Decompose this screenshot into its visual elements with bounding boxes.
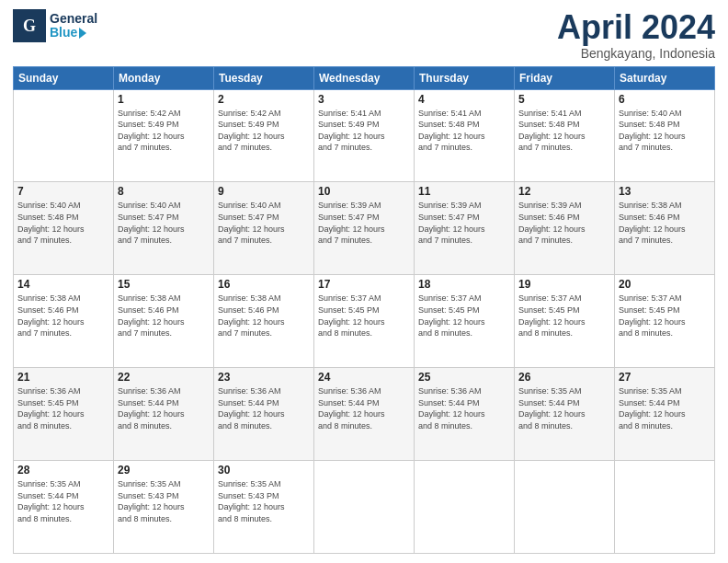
day-number: 10 <box>318 185 410 198</box>
calendar-cell: 21Sunrise: 5:36 AMSunset: 5:45 PMDayligh… <box>14 368 114 461</box>
calendar-cell: 25Sunrise: 5:36 AMSunset: 5:44 PMDayligh… <box>415 368 515 461</box>
subtitle: Bengkayang, Indonesia <box>557 46 715 61</box>
day-number: 25 <box>418 371 510 384</box>
calendar-week-row: 14Sunrise: 5:38 AMSunset: 5:46 PMDayligh… <box>14 275 715 368</box>
day-info: Sunrise: 5:37 AMSunset: 5:45 PMDaylight:… <box>619 293 711 339</box>
calendar-header-sunday: Sunday <box>14 66 114 89</box>
day-info: Sunrise: 5:38 AMSunset: 5:46 PMDaylight:… <box>17 293 109 339</box>
day-number: 5 <box>518 93 610 106</box>
day-info: Sunrise: 5:42 AMSunset: 5:49 PMDaylight:… <box>118 108 210 154</box>
day-number: 15 <box>118 278 210 291</box>
day-info: Sunrise: 5:41 AMSunset: 5:48 PMDaylight:… <box>518 108 610 154</box>
day-info: Sunrise: 5:40 AMSunset: 5:48 PMDaylight:… <box>619 108 711 154</box>
logo-icon: G <box>13 9 46 42</box>
calendar-week-row: 21Sunrise: 5:36 AMSunset: 5:45 PMDayligh… <box>14 368 715 461</box>
logo-text-block: General Blue <box>50 12 97 40</box>
day-info: Sunrise: 5:38 AMSunset: 5:46 PMDaylight:… <box>218 293 310 339</box>
calendar-header-saturday: Saturday <box>615 66 715 89</box>
day-number: 14 <box>17 278 109 291</box>
calendar-cell <box>515 461 615 554</box>
day-number: 16 <box>218 278 310 291</box>
day-info: Sunrise: 5:36 AMSunset: 5:45 PMDaylight:… <box>17 385 109 431</box>
day-number: 7 <box>17 185 109 198</box>
day-number: 21 <box>17 371 109 384</box>
calendar-cell: 24Sunrise: 5:36 AMSunset: 5:44 PMDayligh… <box>314 368 415 461</box>
day-info: Sunrise: 5:40 AMSunset: 5:48 PMDaylight:… <box>17 200 109 246</box>
day-info: Sunrise: 5:38 AMSunset: 5:46 PMDaylight:… <box>118 293 210 339</box>
calendar-cell <box>14 89 114 182</box>
day-number: 27 <box>619 371 711 384</box>
day-info: Sunrise: 5:36 AMSunset: 5:44 PMDaylight:… <box>218 385 310 431</box>
calendar-cell: 20Sunrise: 5:37 AMSunset: 5:45 PMDayligh… <box>615 275 715 368</box>
calendar-cell <box>415 461 515 554</box>
day-info: Sunrise: 5:37 AMSunset: 5:45 PMDaylight:… <box>318 293 410 339</box>
calendar-cell: 13Sunrise: 5:38 AMSunset: 5:46 PMDayligh… <box>615 182 715 275</box>
calendar-table: SundayMondayTuesdayWednesdayThursdayFrid… <box>13 66 715 554</box>
calendar-cell: 3Sunrise: 5:41 AMSunset: 5:49 PMDaylight… <box>314 89 415 182</box>
calendar-cell: 5Sunrise: 5:41 AMSunset: 5:48 PMDaylight… <box>515 89 615 182</box>
day-number: 6 <box>619 93 711 106</box>
calendar-cell: 19Sunrise: 5:37 AMSunset: 5:45 PMDayligh… <box>515 275 615 368</box>
calendar-cell: 10Sunrise: 5:39 AMSunset: 5:47 PMDayligh… <box>314 182 415 275</box>
day-number: 2 <box>218 93 310 106</box>
main-title: April 2024 <box>557 9 715 46</box>
calendar-week-row: 28Sunrise: 5:35 AMSunset: 5:44 PMDayligh… <box>14 461 715 554</box>
day-number: 22 <box>118 371 210 384</box>
day-info: Sunrise: 5:41 AMSunset: 5:49 PMDaylight:… <box>318 108 410 154</box>
calendar-cell: 14Sunrise: 5:38 AMSunset: 5:46 PMDayligh… <box>14 275 114 368</box>
logo-top: General <box>50 12 97 26</box>
day-number: 17 <box>318 278 410 291</box>
calendar-cell: 16Sunrise: 5:38 AMSunset: 5:46 PMDayligh… <box>214 275 314 368</box>
calendar-cell: 1Sunrise: 5:42 AMSunset: 5:49 PMDaylight… <box>114 89 214 182</box>
day-number: 12 <box>518 185 610 198</box>
calendar-cell <box>314 461 415 554</box>
calendar-header-row: SundayMondayTuesdayWednesdayThursdayFrid… <box>14 66 715 89</box>
day-info: Sunrise: 5:40 AMSunset: 5:47 PMDaylight:… <box>218 200 310 246</box>
calendar-cell: 12Sunrise: 5:39 AMSunset: 5:46 PMDayligh… <box>515 182 615 275</box>
calendar-cell: 18Sunrise: 5:37 AMSunset: 5:45 PMDayligh… <box>415 275 515 368</box>
calendar-header-tuesday: Tuesday <box>214 66 314 89</box>
day-number: 11 <box>418 185 510 198</box>
calendar-cell: 29Sunrise: 5:35 AMSunset: 5:43 PMDayligh… <box>114 461 214 554</box>
calendar-header-friday: Friday <box>515 66 615 89</box>
logo-bot-text: Blue <box>50 25 77 40</box>
day-info: Sunrise: 5:37 AMSunset: 5:45 PMDaylight:… <box>418 293 510 339</box>
calendar-cell: 9Sunrise: 5:40 AMSunset: 5:47 PMDaylight… <box>214 182 314 275</box>
day-info: Sunrise: 5:38 AMSunset: 5:46 PMDaylight:… <box>619 200 711 246</box>
calendar-cell: 2Sunrise: 5:42 AMSunset: 5:49 PMDaylight… <box>214 89 314 182</box>
calendar-cell: 8Sunrise: 5:40 AMSunset: 5:47 PMDaylight… <box>114 182 214 275</box>
day-info: Sunrise: 5:37 AMSunset: 5:45 PMDaylight:… <box>518 293 610 339</box>
day-info: Sunrise: 5:36 AMSunset: 5:44 PMDaylight:… <box>318 385 410 431</box>
day-number: 19 <box>518 278 610 291</box>
day-info: Sunrise: 5:35 AMSunset: 5:43 PMDaylight:… <box>118 478 210 524</box>
calendar-cell: 28Sunrise: 5:35 AMSunset: 5:44 PMDayligh… <box>14 461 114 554</box>
calendar-cell: 26Sunrise: 5:35 AMSunset: 5:44 PMDayligh… <box>515 368 615 461</box>
logo-bot: Blue <box>50 26 97 40</box>
calendar-cell: 15Sunrise: 5:38 AMSunset: 5:46 PMDayligh… <box>114 275 214 368</box>
calendar-cell: 7Sunrise: 5:40 AMSunset: 5:48 PMDaylight… <box>14 182 114 275</box>
day-number: 26 <box>518 371 610 384</box>
calendar-cell: 30Sunrise: 5:35 AMSunset: 5:43 PMDayligh… <box>214 461 314 554</box>
logo-flag-icon <box>79 28 86 39</box>
logo-letter: G <box>23 17 36 36</box>
calendar-week-row: 7Sunrise: 5:40 AMSunset: 5:48 PMDaylight… <box>14 182 715 275</box>
calendar-cell: 23Sunrise: 5:36 AMSunset: 5:44 PMDayligh… <box>214 368 314 461</box>
day-info: Sunrise: 5:40 AMSunset: 5:47 PMDaylight:… <box>118 200 210 246</box>
day-info: Sunrise: 5:35 AMSunset: 5:44 PMDaylight:… <box>518 385 610 431</box>
day-info: Sunrise: 5:39 AMSunset: 5:46 PMDaylight:… <box>518 200 610 246</box>
day-number: 1 <box>118 93 210 106</box>
day-number: 18 <box>418 278 510 291</box>
day-info: Sunrise: 5:35 AMSunset: 5:44 PMDaylight:… <box>17 478 109 524</box>
calendar-cell: 11Sunrise: 5:39 AMSunset: 5:47 PMDayligh… <box>415 182 515 275</box>
day-info: Sunrise: 5:41 AMSunset: 5:48 PMDaylight:… <box>418 108 510 154</box>
day-number: 28 <box>17 464 109 477</box>
calendar-cell: 6Sunrise: 5:40 AMSunset: 5:48 PMDaylight… <box>615 89 715 182</box>
header: G General Blue April 2024 Bengkayang, In… <box>13 9 715 61</box>
calendar-header-thursday: Thursday <box>415 66 515 89</box>
day-info: Sunrise: 5:35 AMSunset: 5:43 PMDaylight:… <box>218 478 310 524</box>
day-number: 4 <box>418 93 510 106</box>
calendar-cell: 22Sunrise: 5:36 AMSunset: 5:44 PMDayligh… <box>114 368 214 461</box>
calendar-cell: 4Sunrise: 5:41 AMSunset: 5:48 PMDaylight… <box>415 89 515 182</box>
page: G General Blue April 2024 Bengkayang, In… <box>0 0 728 563</box>
logo: G General Blue <box>13 9 97 42</box>
